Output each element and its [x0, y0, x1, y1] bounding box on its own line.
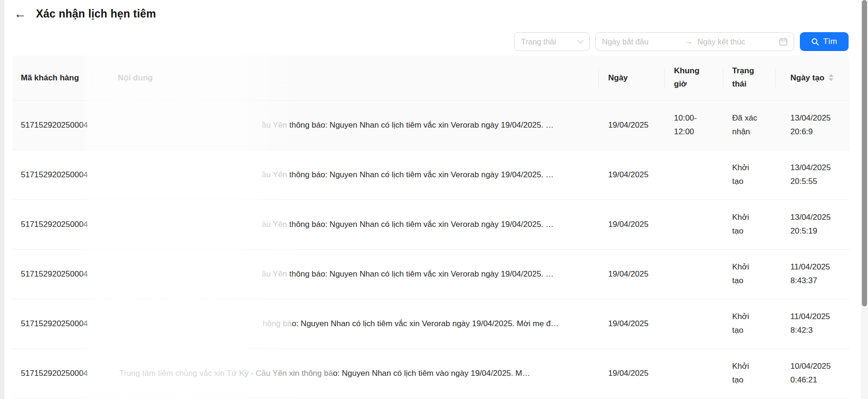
status-select-placeholder: Trạng thái [521, 37, 556, 46]
content-visible-text: thông báo: Nguyen Nhan có lịch tiêm vắc … [289, 220, 554, 229]
time-slot-cell: 10:00- 12:00 [674, 112, 713, 139]
content-cell: ầu Yên thông báo: Nguyen Nhan có lịch ti… [118, 119, 554, 132]
created-date-cell: 11/04/2025 8:43:37 [790, 260, 839, 288]
status-cell: Khởi tạo [732, 310, 760, 338]
customer-code-cell: 517152920250004 [21, 119, 88, 132]
table-row[interactable]: 517152920250004 ầu Yên thông báo: Nguyen… [12, 101, 850, 150]
content-visible-text: o: Nguyen Nhan có lịch tiêm vắc xin Vero… [292, 319, 558, 328]
sort-descending-icon [829, 78, 833, 81]
date-cell: 19/04/2025 [608, 367, 660, 381]
date-cell: 19/04/2025 [608, 119, 660, 132]
table-header: Mã khách hàng Nội dung Ngày Khung giờ Tr… [12, 55, 850, 101]
created-date-cell: 10/04/2025 0:46:21 [790, 360, 839, 387]
content-cell: ầu Yên thông báo: Nguyen Nhan có lịch ti… [118, 168, 554, 182]
search-button[interactable]: Tìm [800, 32, 849, 51]
column-header-time-slot: Khung giờ [674, 64, 711, 92]
content-cell: ầu Yên thông báo: Nguyen Nhan có lịch ti… [118, 268, 554, 281]
content-redacted-text: Trung tâm tiêm chủng vắc xin Tứ Kỳ - Cầu… [119, 369, 333, 378]
content-redacted-text: ầu Yên [262, 269, 289, 278]
content-visible-text: o: Nguyen Nhan có lịch tiêm vào ngày 19/… [333, 369, 530, 378]
start-date-input[interactable]: Ngày bắt đầu [602, 37, 684, 46]
customer-code-cell: 517152920250004 [21, 268, 88, 281]
content-redacted-text: ầu Yên [262, 220, 289, 229]
content-visible-text: thông báo: Nguyen Nhan có lịch tiêm vắc … [289, 170, 554, 179]
table-body: 517152920250004 ầu Yên thông báo: Nguyen… [12, 101, 850, 399]
scrollbar-thumb[interactable] [862, 0, 867, 306]
column-header-created-label: Ngày tạo [790, 71, 824, 85]
customer-code-cell: 517152920250004 [21, 367, 88, 381]
vaccination-schedule-page: ← Xác nhận lịch hẹn tiêm Trạng thái Ngày… [0, 0, 868, 399]
status-cell: Đã xác nhận [732, 112, 760, 139]
page-title: Xác nhận lịch hẹn tiêm [36, 8, 156, 20]
status-cell: Khởi tạo [732, 360, 760, 387]
status-cell: Khởi tạo [732, 260, 760, 288]
search-icon [811, 38, 819, 46]
status-cell: Khởi tạo [732, 211, 760, 238]
table-row[interactable]: 517152920250004 ầu Yên thông báo: Nguyen… [12, 200, 850, 250]
customer-code-cell: 517152920250004 [21, 218, 88, 232]
header-divider [775, 69, 776, 87]
column-header-content: Nội dung [118, 71, 260, 85]
scrollbar[interactable] [861, 0, 868, 399]
column-header-date: Ngày [608, 71, 660, 85]
end-date-input[interactable]: Ngày kết thúc [698, 37, 779, 46]
table-row[interactable]: 517152920250004 ầu Yên thông báo: Nguyen… [12, 250, 850, 299]
created-date-cell: 13/04/2025 20:6:9 [790, 112, 839, 139]
date-range-picker[interactable]: Ngày bắt đầu → Ngày kết thúc [595, 32, 794, 51]
content-visible-text: thông báo: Nguyen Nhan có lịch tiêm vắc … [289, 269, 554, 278]
search-button-label: Tìm [823, 37, 837, 46]
column-header-status: Trạng thái [732, 64, 763, 92]
date-cell: 19/04/2025 [608, 317, 660, 331]
sort-ascending-icon [829, 74, 833, 77]
calendar-icon [779, 37, 788, 46]
content-redacted-text: ầu Yên [262, 121, 289, 130]
content-cell: Trung tâm tiêm chủng vắc xin Tứ Kỳ - Cầu… [118, 367, 530, 381]
table-row[interactable]: 517152920250004 ầu Yên thông báo: Nguyen… [12, 150, 850, 200]
content-redacted-text: ầu Yên [262, 170, 289, 179]
content-visible-text: thông báo: Nguyen Nhan có lịch tiêm vắc … [289, 121, 554, 130]
date-cell: 19/04/2025 [608, 268, 660, 281]
date-cell: 19/04/2025 [608, 218, 660, 232]
created-date-cell: 13/04/2025 20:5:55 [790, 161, 839, 189]
content-redacted-text: hông bá [263, 319, 292, 328]
created-date-cell: 13/04/2025 20:5:19 [790, 211, 839, 238]
content-cell: hông báo: Nguyen Nhan có lịch tiêm vắc x… [118, 317, 558, 331]
column-header-created[interactable]: Ngày tạo [790, 71, 861, 85]
status-select[interactable]: Trạng thái [514, 32, 590, 51]
header-divider [598, 69, 599, 87]
header-divider [91, 69, 92, 87]
sort-icon[interactable] [829, 74, 833, 81]
table-row[interactable]: 517152920250004 Trung tâm tiêm chủng vắc… [12, 349, 850, 399]
date-cell: 19/04/2025 [608, 168, 660, 182]
status-cell: Khởi tạo [732, 161, 760, 189]
table-row[interactable]: 517152920250004 hông báo: Nguyen Nhan có… [12, 299, 850, 349]
header-divider [723, 69, 723, 87]
page-left-gutter [0, 0, 4, 399]
customer-code-cell: 517152920250004 [21, 168, 88, 182]
chevron-down-icon [577, 37, 584, 43]
range-arrow-icon: → [684, 37, 698, 46]
back-arrow-icon[interactable]: ← [14, 7, 27, 21]
content-cell: ầu Yên thông báo: Nguyen Nhan có lịch ti… [118, 218, 554, 232]
customer-code-cell: 517152920250004 [21, 317, 88, 331]
column-header-customer-code: Mã khách hàng [21, 71, 101, 85]
created-date-cell: 11/04/2025 8:42:3 [790, 310, 839, 338]
header-divider [664, 69, 665, 87]
